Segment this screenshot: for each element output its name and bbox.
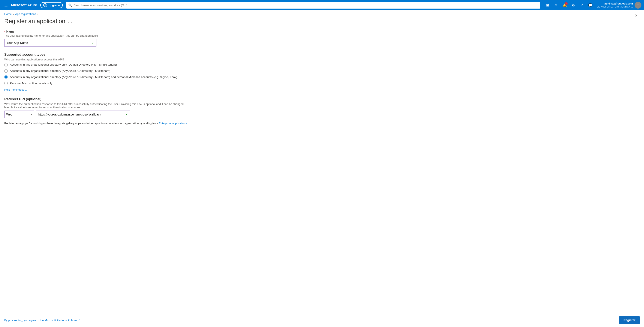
- account-type-option-4[interactable]: Personal Microsoft accounts only: [4, 82, 188, 86]
- close-button[interactable]: ×: [633, 12, 640, 19]
- account-type-label-4: Personal Microsoft accounts only: [10, 82, 52, 86]
- help-button[interactable]: ?: [578, 1, 586, 9]
- account-types-radio-group: Accounts in this organizational director…: [4, 63, 188, 86]
- avatar: T: [634, 2, 642, 8]
- main-content: Register an application ... * Name The u…: [0, 17, 193, 136]
- account-type-label-2: Accounts in any organizational directory…: [10, 69, 110, 73]
- portal-button[interactable]: ⊞: [544, 1, 552, 9]
- account-type-radio-1[interactable]: [4, 63, 8, 66]
- page-title: Register an application: [4, 18, 65, 25]
- app-name-input-wrapper: ✓: [4, 39, 96, 47]
- account-type-option-2[interactable]: Accounts in any organizational directory…: [4, 69, 188, 73]
- account-type-label-1: Accounts in this organizational director…: [10, 63, 117, 67]
- notification-badge: 1: [565, 2, 568, 5]
- account-type-radio-3[interactable]: [4, 76, 8, 79]
- account-types-description: Who can use this application or access t…: [4, 58, 188, 61]
- account-type-radio-2[interactable]: [4, 69, 8, 73]
- info-text-before: Register an app you're working on here. …: [4, 122, 159, 125]
- name-label-text: Name: [6, 30, 14, 33]
- upgrade-icon: ⊙: [43, 3, 47, 7]
- breadcrumb: Home › App registrations ›: [0, 10, 644, 17]
- search-icon: 🔍: [68, 4, 72, 7]
- user-profile[interactable]: test-imap@outlook.com DEFAULT DIRECTORY …: [597, 2, 642, 8]
- name-section: * Name The user-facing display name for …: [4, 30, 188, 47]
- name-input-checkmark: ✓: [92, 41, 94, 44]
- more-options-icon[interactable]: ...: [68, 19, 72, 24]
- search-bar[interactable]: 🔍: [66, 2, 540, 8]
- name-description: The user-facing display name for this ap…: [4, 34, 188, 37]
- settings-button[interactable]: ⚙: [570, 1, 577, 9]
- search-input[interactable]: [74, 4, 538, 7]
- topnav-icon-group: ⊞ ☺ 🔔 1 ⚙ ? 💬: [544, 1, 594, 9]
- feedback-button[interactable]: ☺: [552, 1, 560, 9]
- hamburger-menu-icon[interactable]: ☰: [2, 2, 10, 8]
- chevron-down-icon: ▾: [31, 113, 32, 116]
- app-name-input[interactable]: [7, 41, 90, 44]
- redirect-url-input[interactable]: [38, 113, 124, 116]
- upgrade-button[interactable]: ⊙ Upgrade: [40, 2, 63, 8]
- user-info: test-imap@outlook.com DEFAULT DIRECTORY …: [597, 2, 633, 8]
- account-type-radio-4[interactable]: [4, 82, 8, 85]
- redirect-uri-description: We'll return the authentication response…: [4, 102, 188, 109]
- redirect-uri-row: Web SPA Public client/native (mobile & d…: [4, 110, 188, 118]
- redirect-type-select-wrapper: Web SPA Public client/native (mobile & d…: [4, 110, 34, 118]
- breadcrumb-app-registrations[interactable]: App registrations: [15, 12, 36, 16]
- notifications-button[interactable]: 🔔 1: [561, 1, 568, 9]
- breadcrumb-home[interactable]: Home: [4, 12, 12, 16]
- required-star: *: [4, 30, 5, 33]
- top-navigation: ☰ Microsoft Azure ⊙ Upgrade 🔍 ⊞ ☺ 🔔 1 ⚙ …: [0, 0, 644, 10]
- page-header: Register an application ...: [4, 18, 188, 25]
- info-text: Register an app you're working on here. …: [4, 121, 188, 126]
- user-name: test-imap@outlook.com: [597, 2, 633, 6]
- redirect-url-input-wrapper: ✓: [36, 110, 130, 118]
- redirect-uri-title: Redirect URI (optional): [4, 97, 188, 101]
- account-types-section: Supported account types Who can use this…: [4, 53, 188, 91]
- user-directory: DEFAULT DIRECTORY (TESTIMAP...: [597, 5, 633, 8]
- account-type-label-3: Accounts in any organizational directory…: [10, 75, 177, 79]
- chat-button[interactable]: 💬: [586, 1, 594, 9]
- breadcrumb-separator-1: ›: [13, 13, 14, 16]
- account-type-option-3[interactable]: Accounts in any organizational directory…: [4, 75, 188, 79]
- redirect-uri-section: Redirect URI (optional) We'll return the…: [4, 97, 188, 126]
- help-me-choose-link[interactable]: Help me choose...: [4, 88, 27, 91]
- breadcrumb-separator-2: ›: [37, 13, 38, 16]
- brand-logo: Microsoft Azure: [11, 3, 37, 7]
- upgrade-label: Upgrade: [48, 4, 60, 7]
- account-type-option-1[interactable]: Accounts in this organizational director…: [4, 63, 188, 67]
- redirect-url-checkmark: ✓: [125, 113, 128, 116]
- name-label: * Name: [4, 30, 188, 33]
- redirect-type-select[interactable]: Web SPA Public client/native (mobile & d…: [6, 113, 31, 116]
- account-types-title: Supported account types: [4, 53, 188, 56]
- enterprise-applications-link[interactable]: Enterprise applications.: [159, 122, 188, 125]
